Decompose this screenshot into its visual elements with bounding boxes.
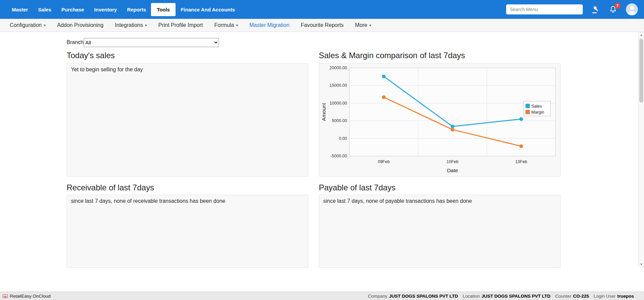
sales-margin-chart: 20000.0015000.0010000.005000.000.00-5000… [319,64,560,176]
subnav-label: Integrations [115,22,143,28]
svg-text:Margin: Margin [531,110,544,115]
svg-text:Date: Date [447,167,458,173]
svg-text:10Feb: 10Feb [447,159,458,164]
todays-sales-section: Today's sales Yet to begin selling for t… [67,47,308,177]
payable-message: since last 7 days, none of payable trans… [319,195,560,207]
branch-label: Branch [67,39,84,45]
counter-value: CO-225 [573,294,589,299]
top-nav: Master Sales Purchase Inventory Reports … [0,0,644,19]
scroll-down-arrow-icon[interactable]: ▼ [639,261,644,267]
subnav-label: Configuration [10,22,42,28]
svg-text:15000.00: 15000.00 [330,83,347,88]
session-info: Company JUST DOGS SPALONS PVT LTD Locati… [368,294,634,299]
payable-title: Payable of last 7days [319,183,561,193]
svg-text:Amount: Amount [321,103,327,121]
receivable-title: Receivable of last 7days [67,183,308,193]
payable-section: Payable of last 7days since last 7 days,… [319,177,561,268]
subnav-label: More [355,22,367,28]
subnav-label: Formula [214,22,234,28]
login-user-info: Login User truepos [594,294,634,299]
sales-margin-panel: 20000.0015000.0010000.005000.000.00-5000… [319,63,561,177]
scroll-up-arrow-icon[interactable]: ▲ [639,32,644,38]
company-info: Company JUST DOGS SPALONS PVT LTD [368,294,458,299]
status-bar: RE RetailEasy OnCloud Company JUST DOGS … [0,292,644,300]
brand: RE RetailEasy OnCloud [3,294,51,299]
svg-text:0.00: 0.00 [339,136,347,141]
subnav-label: Favourite Reports [301,22,344,28]
login-user-label: Login User [594,294,615,299]
chevron-down-icon: ▾ [369,24,371,27]
subnav-item-configuration[interactable]: Configuration ▾ [4,22,51,28]
secondary-nav: Configuration ▾ Addon Provisioning Integ… [0,19,644,32]
branch-select[interactable]: All [84,38,219,47]
nav-item-tools[interactable]: Tools [151,3,176,16]
nav-item-finance-and-accounts[interactable]: Finance And Accounts [176,3,240,16]
payable-panel: since last 7 days, none of payable trans… [319,195,561,268]
gavel-icon-svg [591,5,600,14]
dashboard-grid: Today's sales Yet to begin selling for t… [67,47,638,268]
brand-name: RetailEasy OnCloud [10,294,51,299]
subnav-item-integrations[interactable]: Integrations ▾ [109,22,153,28]
user-avatar-icon[interactable] [626,3,638,15]
nav-item-master[interactable]: Master [7,3,33,16]
svg-text:09Feb: 09Feb [378,159,389,164]
chevron-down-icon: ▾ [145,24,147,27]
subnav-item-favourite-reports[interactable]: Favourite Reports [295,22,349,28]
notification-badge: 7 [614,3,620,9]
login-user-value: truepos [617,294,634,299]
location-value: JUST DOGS SPALONS PVT LTD [482,294,551,299]
chevron-down-icon: ▾ [236,24,238,27]
svg-text:5000.00: 5000.00 [332,118,347,123]
todays-sales-title: Today's sales [67,50,308,61]
user-avatar-svg [626,3,638,15]
top-nav-right: 7 [506,3,638,15]
search-input[interactable] [506,4,583,14]
chevron-down-icon: ▾ [44,24,46,27]
svg-text:13Feb: 13Feb [515,159,527,164]
svg-text:Sales: Sales [531,104,542,109]
subnav-item-master-migration[interactable]: Master Migration [243,22,295,28]
branch-filter-row: Branch All [67,38,638,47]
receivable-panel: since last 7 days, none of receivable tr… [67,195,308,268]
receivable-message: since last 7 days, none of receivable tr… [67,195,308,207]
todays-sales-message: Yet to begin selling for the day [67,64,308,76]
bell-icon[interactable]: 7 [608,5,618,14]
subnav-label: Addon Provisioning [57,22,104,28]
main-content: Branch All Today's sales Yet to begin se… [0,32,638,292]
svg-text:20000.00: 20000.00 [330,66,347,70]
subnav-item-formula[interactable]: Formula ▾ [209,22,243,28]
sales-margin-section: Sales & Margin comparison of last 7days … [319,47,561,177]
todays-sales-panel: Yet to begin selling for the day [67,63,308,177]
svg-text:10000.00: 10000.00 [330,101,347,106]
subnav-item-addon-provisioning[interactable]: Addon Provisioning [51,22,109,28]
retaileasy-logo-icon: RE [3,294,8,299]
company-label: Company [368,294,387,299]
company-value: JUST DOGS SPALONS PVT LTD [389,294,458,299]
subnav-item-more[interactable]: More ▾ [349,22,377,28]
location-info: Location JUST DOGS SPALONS PVT LTD [463,294,551,299]
subnav-item-print-profile-import[interactable]: Print Profile Import [153,22,209,28]
nav-item-inventory[interactable]: Inventory [89,3,122,16]
scrollbar-thumb[interactable] [639,39,643,103]
svg-text:-5000.00: -5000.00 [331,154,347,158]
svg-text:RE: RE [4,295,7,297]
receivable-section: Receivable of last 7days since last 7 da… [67,177,308,268]
counter-info: Counter CO-225 [555,294,589,299]
vertical-scrollbar[interactable]: ▲ ▼ [638,32,644,267]
nav-item-purchase[interactable]: Purchase [56,3,89,16]
nav-item-reports[interactable]: Reports [122,3,151,16]
nav-item-sales[interactable]: Sales [33,3,56,16]
subnav-label: Print Profile Import [158,22,203,28]
sales-margin-title: Sales & Margin comparison of last 7days [319,50,561,61]
gavel-icon[interactable] [591,5,600,14]
counter-label: Counter [555,294,571,299]
location-label: Location [463,294,480,299]
subnav-label: Master Migration [249,22,289,28]
